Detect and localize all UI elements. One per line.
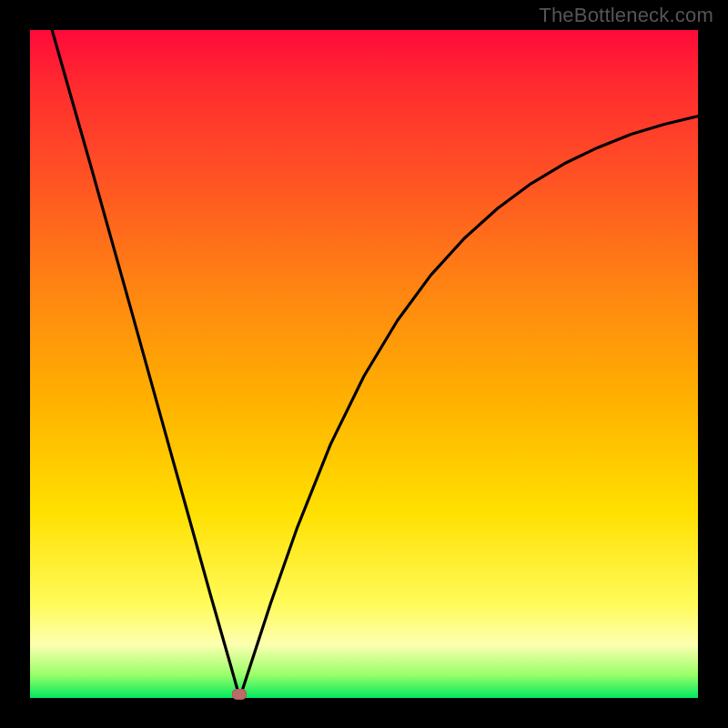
- plot-area: [30, 30, 698, 698]
- chart-frame: TheBottleneck.com: [0, 0, 728, 728]
- minimum-marker: [232, 689, 247, 700]
- curve-svg: [30, 30, 698, 698]
- bottleneck-curve: [52, 30, 698, 698]
- watermark-label: TheBottleneck.com: [539, 4, 713, 27]
